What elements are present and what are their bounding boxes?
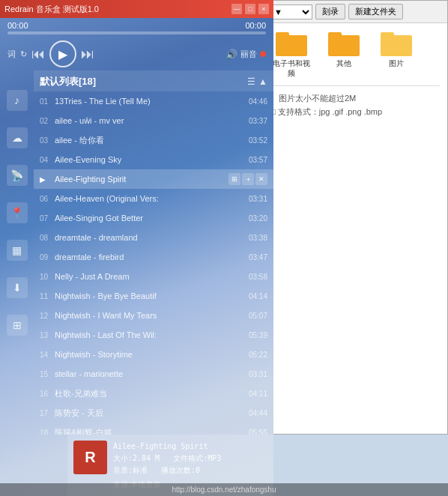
playlist-item-num: 03 <box>40 136 55 145</box>
playlist-item-name: ailee - uŵi - mv ver <box>55 116 246 125</box>
mode-button[interactable]: ↻ <box>20 49 27 59</box>
fb-notice-line-1: 、图片太小不能超过2M <box>270 92 440 106</box>
playlist-item-num: 01 <box>40 97 55 106</box>
fb-dropdown[interactable]: ▼ <box>267 4 312 19</box>
playlist-item[interactable]: 12Nightwish - I Want My Tears05:07 <box>34 306 273 325</box>
playlist-item-num: 02 <box>40 117 55 125</box>
volume-icon[interactable]: 🔊 <box>225 49 237 60</box>
playlist-menu-button[interactable]: ☰ <box>247 76 255 87</box>
song-title-text: Ailee-Fighting Spirit <box>113 441 267 453</box>
playlist-item-name: Nelly - Just A Dream <box>55 272 246 281</box>
playlist-scroll[interactable]: 0113Tries - The Lie (Tell Me)04:4602aile… <box>34 91 273 435</box>
play-button[interactable]: ▶ <box>49 40 76 67</box>
sidebar-icon-download[interactable]: ⬇ <box>7 277 28 298</box>
maximize-button[interactable]: □ <box>245 4 255 14</box>
playlist-action-btn[interactable]: ⊞ <box>228 173 240 185</box>
playlist-action-btn[interactable]: ＋ <box>242 173 254 185</box>
fb-divider <box>270 85 440 86</box>
progress-bar[interactable] <box>7 31 266 34</box>
playlist-controls: ☰ ▲ <box>247 76 267 87</box>
playlist-item[interactable]: 16杜歌-兄弟难当04:11 <box>34 384 273 403</box>
sidebar-icon-grid[interactable]: ▦ <box>7 240 28 261</box>
playlist-item-duration: 03:37 <box>249 117 267 125</box>
fb-notice: 、图片太小不能超过2M □ 支持格式：jpg .gif .png .bmp <box>270 92 440 118</box>
playlist-item[interactable]: 08dreamtale - dreamland03:38 <box>34 228 273 247</box>
close-button[interactable]: × <box>258 4 269 14</box>
playlist-item-duration: 03:57 <box>249 156 267 164</box>
folder-ebook-video[interactable]: 电子书和视频 <box>270 31 312 78</box>
next-button[interactable]: ⏭ <box>81 46 94 62</box>
playlist-item[interactable]: 09dreamtale - firebird03:47 <box>34 247 273 267</box>
playlist-item-num: 08 <box>40 234 55 242</box>
playlist-item-num: 18 <box>40 429 55 435</box>
playlist-item-num: ▶ <box>40 175 55 184</box>
sidebar-icon-radio[interactable]: 📡 <box>7 165 28 186</box>
sidebar-icon-music[interactable]: ♪ <box>7 90 28 111</box>
playlist-item-name: dreamtale - firebird <box>55 252 246 261</box>
playlist-item-duration: 04:11 <box>249 390 267 398</box>
time-display: 00:00 00:00 <box>0 18 273 31</box>
playlist-item[interactable]: 07Ailee-Singing Got Better03:20 <box>34 208 273 228</box>
folder-label-images: 图片 <box>389 58 404 68</box>
playlist-item[interactable]: ▶Ailee-Fighting Spirit⊞＋✕ <box>34 169 273 189</box>
fb-notice-line-2: □ 支持格式：jpg .gif .png .bmp <box>270 106 440 119</box>
folder-label-other: 其他 <box>336 58 351 68</box>
playlist-item-duration: 05:07 <box>249 312 267 320</box>
playlist-item[interactable]: 0113Tries - The Lie (Tell Me)04:46 <box>34 91 273 111</box>
playlist-item-name: Ailee-Heaven (Original Vers: <box>55 194 246 203</box>
playlist-item[interactable]: 17陈势安 - 天后04:44 <box>34 403 273 423</box>
burn-button[interactable]: 刻录 <box>315 4 345 19</box>
playlist-item[interactable]: 11Nightwish - Bye Bye Beautif04:14 <box>34 286 273 306</box>
playlist-item-duration: 04:46 <box>249 97 267 106</box>
playlist-item-name: Nightwish - Bye Bye Beautif <box>55 291 246 300</box>
sidebar-icon-cloud[interactable]: ☁ <box>7 127 28 148</box>
playlist-title: 默认列表[18] <box>40 75 96 88</box>
window-controls: — □ × <box>231 4 269 14</box>
music-player-window: Redrain 音乐盒 测试版1.0 — □ × 00:00 00:00 词 ↻… <box>0 0 273 496</box>
playlist-item[interactable]: 10Nelly - Just A Dream03:58 <box>34 267 273 286</box>
playlist-item-duration: 03:58 <box>249 273 267 281</box>
playlist-item-num: 17 <box>40 409 55 417</box>
title-bar: Redrain 音乐盒 测试版1.0 — □ × <box>0 0 273 18</box>
playlist-item-duration: 05:39 <box>249 331 267 339</box>
playlist-item-duration: 05:22 <box>249 351 267 359</box>
sidebar-icon-apps[interactable]: ⊞ <box>7 315 28 336</box>
new-folder-button[interactable]: 新建文件夹 <box>348 4 403 19</box>
playlist-item[interactable]: 04Ailee-Evening Sky03:57 <box>34 150 273 169</box>
playlist-item-num: 13 <box>40 331 55 339</box>
playlist-item[interactable]: 03ailee - 给你看03:52 <box>34 130 273 150</box>
minimize-button[interactable]: — <box>231 4 242 14</box>
playlist-item-duration: 03:52 <box>249 136 267 145</box>
playlist-item-num: 07 <box>40 214 55 223</box>
folder-icon-other <box>328 31 360 56</box>
sidebar-icon-location[interactable]: 📍 <box>7 202 28 223</box>
playlist-item[interactable]: 06Ailee-Heaven (Original Vers:03:31 <box>34 189 273 208</box>
folder-images[interactable]: 图片 <box>375 31 417 78</box>
song-title-detail: Ailee-Fighting Spirit 大小:2.84 M 文件格式:MP3… <box>113 441 267 477</box>
playlist-item[interactable]: 02ailee - uŵi - mv ver03:37 <box>34 111 273 130</box>
file-browser-toolbar: ▼ 刻录 新建文件夹 <box>263 1 447 23</box>
playlist-item[interactable]: 13Nightwish - Last Of The Wil:05:39 <box>34 325 273 345</box>
playlist-item-name: Nightwish - Last Of The Wil: <box>55 330 246 339</box>
playlist-item-duration: 03:20 <box>249 214 267 223</box>
playlist-item[interactable]: 14Nightwish - Storytime05:22 <box>34 345 273 364</box>
playlist-item-duration: 05:55 <box>249 429 267 435</box>
playlist-item-name: Ailee-Fighting Spirit <box>55 175 225 184</box>
prev-button[interactable]: ⏮ <box>31 46 45 62</box>
playlist-item[interactable]: 18陈瑞&刚辉-白狐05:55 <box>34 423 273 435</box>
playlist-action-btn[interactable]: ✕ <box>255 173 267 185</box>
playlist-item-name: 陈瑞&刚辉-白狐 <box>55 427 246 435</box>
playlist-item-duration: 03:31 <box>249 370 267 378</box>
playlist-item-duration: 04:14 <box>249 292 267 300</box>
folder-icon-images <box>381 31 412 56</box>
lyric-button[interactable]: 词 <box>7 49 16 60</box>
folder-list: 电子书和视频 其他 图片 <box>270 31 440 78</box>
playlist-item-num: 12 <box>40 312 55 320</box>
song-quality-info: 音质:标准 播放次数:0 <box>113 465 267 477</box>
player-controls: 词 ↻ ⏮ ▶ ⏭ 🔊 丽音 <box>0 37 273 70</box>
playlist-item-duration: 03:31 <box>249 195 267 203</box>
playlist-item[interactable]: 15stellar - marionette03:31 <box>34 364 273 384</box>
time-right: 00:00 <box>245 21 266 30</box>
playlist-scroll-up[interactable]: ▲ <box>258 76 267 87</box>
folder-other[interactable]: 其他 <box>323 31 364 78</box>
